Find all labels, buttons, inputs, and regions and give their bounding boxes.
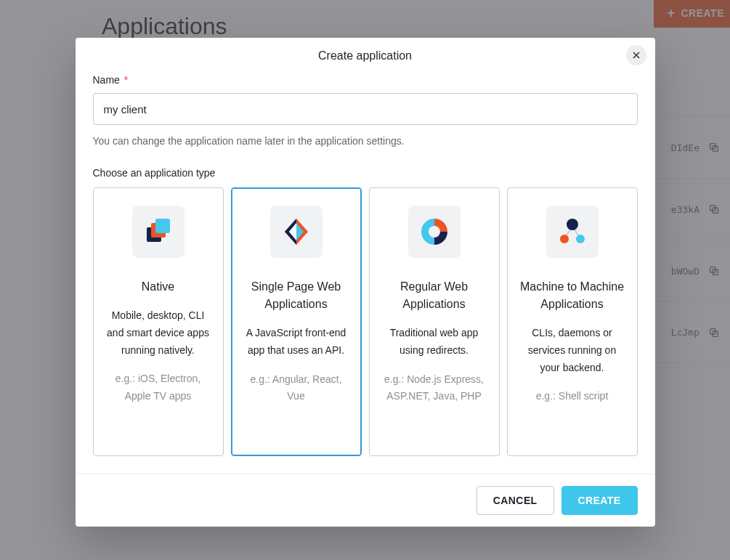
regular-web-icon — [408, 206, 461, 258]
modal-body: Name * You can change the application na… — [76, 68, 655, 474]
type-title: Regular Web Applications — [380, 278, 489, 313]
type-desc: CLIs, daemons or services running on you… — [518, 325, 627, 376]
cancel-button[interactable]: CANCEL — [476, 486, 554, 515]
close-icon — [631, 50, 641, 60]
type-card-regular[interactable]: Regular Web Applications Traditional web… — [369, 187, 500, 456]
svg-point-21 — [560, 235, 569, 243]
type-example: e.g.: Angular, React, Vue — [242, 371, 351, 406]
modal-header: Create application — [76, 38, 655, 68]
name-label: Name * — [93, 74, 638, 86]
svg-point-20 — [567, 219, 578, 230]
type-card-spa[interactable]: Single Page Web Applications A JavaScrip… — [231, 187, 362, 456]
name-input[interactable] — [93, 93, 638, 125]
type-desc: A JavaScript front-end app that uses an … — [242, 325, 351, 360]
application-type-grid: Native Mobile, desktop, CLI and smart de… — [93, 187, 638, 456]
create-button[interactable]: CREATE — [561, 486, 638, 515]
modal-footer: CANCEL CREATE — [76, 474, 655, 527]
type-card-native[interactable]: Native Mobile, desktop, CLI and smart de… — [93, 187, 224, 456]
svg-point-17 — [429, 226, 440, 238]
required-indicator: * — [124, 74, 128, 86]
svg-rect-12 — [155, 219, 170, 233]
type-example: e.g.: iOS, Electron, Apple TV apps — [104, 370, 213, 405]
name-hint: You can change the application name late… — [93, 135, 638, 147]
type-desc: Traditional web app using redirects. — [380, 325, 489, 360]
type-title: Machine to Machine Applications — [518, 278, 627, 313]
native-icon — [132, 206, 184, 258]
type-section-label: Choose an application type — [93, 167, 638, 179]
type-example: e.g.: Shell script — [518, 388, 627, 405]
type-example: e.g.: Node.js Express, ASP.NET, Java, PH… — [380, 371, 489, 406]
close-button[interactable] — [626, 45, 646, 65]
modal-title: Create application — [93, 49, 638, 62]
type-card-m2m[interactable]: Machine to Machine Applications CLIs, da… — [507, 187, 638, 456]
m2m-icon — [546, 206, 599, 258]
svg-point-22 — [576, 235, 585, 243]
create-application-modal: Create application Name * You can change… — [76, 38, 655, 527]
type-title: Single Page Web Applications — [242, 278, 351, 313]
type-desc: Mobile, desktop, CLI and smart device ap… — [104, 307, 213, 359]
type-title: Native — [104, 278, 213, 296]
spa-icon — [270, 206, 323, 258]
